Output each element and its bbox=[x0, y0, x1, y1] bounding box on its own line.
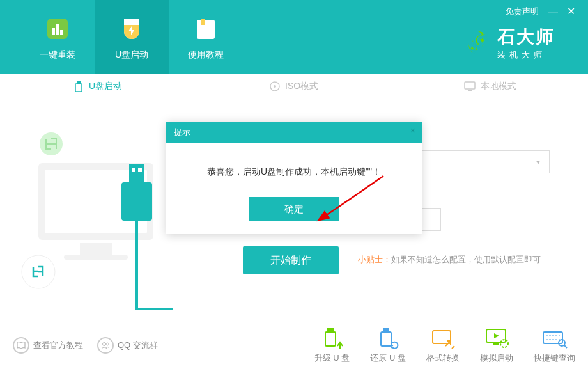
nav-tabs: 一键重装 U盘启动 使用教程 bbox=[0, 0, 243, 74]
keyboard-search-icon bbox=[542, 327, 568, 349]
action-label: 快捷键查询 bbox=[534, 352, 575, 364]
action-label: 升级 U 盘 bbox=[314, 352, 350, 364]
window-controls: 免责声明 — ✕ bbox=[506, 0, 580, 17]
svg-rect-2 bbox=[56, 24, 59, 35]
svg-point-33 bbox=[500, 340, 508, 347]
svg-rect-15 bbox=[64, 255, 128, 260]
svg-rect-21 bbox=[138, 168, 142, 172]
modal-confirm-label: 确定 bbox=[284, 203, 304, 216]
action-label: 模拟启动 bbox=[480, 352, 513, 364]
brand-sub: 装机大师 bbox=[497, 49, 555, 61]
tab-usb-boot[interactable]: U盘启动 bbox=[95, 0, 169, 74]
tab-label: U盘启动 bbox=[115, 49, 148, 61]
play-monitor-icon bbox=[484, 327, 509, 349]
modal-confirm-button[interactable]: 确定 bbox=[249, 197, 339, 221]
brand: 石大师 装机大师 bbox=[465, 25, 555, 61]
sub-tab-iso[interactable]: ISO模式 bbox=[196, 74, 392, 99]
svg-point-9 bbox=[274, 85, 276, 88]
tip-label: 小贴士： bbox=[358, 255, 391, 264]
svg-rect-19 bbox=[129, 164, 144, 182]
svg-rect-10 bbox=[465, 82, 475, 89]
tab-label: 使用教程 bbox=[188, 49, 224, 61]
chart-icon bbox=[42, 13, 73, 44]
sub-tab-usb[interactable]: U盘启动 bbox=[0, 74, 196, 99]
svg-point-25 bbox=[106, 343, 109, 345]
start-button-label: 开始制作 bbox=[270, 254, 311, 267]
book-icon bbox=[190, 13, 221, 44]
brand-name: 石大师 bbox=[497, 25, 555, 49]
convert-icon bbox=[430, 327, 456, 349]
header-right: 免责声明 — ✕ 石大师 装机大师 bbox=[465, 0, 588, 61]
tutorial-link[interactable]: 查看官方教程 bbox=[13, 337, 83, 354]
usb-up-icon bbox=[320, 327, 345, 349]
footer: 查看官方教程 QQ 交流群 升级 U 盘 还原 U 盘 格式转换 模拟启动 快捷… bbox=[0, 319, 588, 371]
shield-icon bbox=[116, 13, 147, 44]
tab-label: 一键重装 bbox=[40, 49, 75, 61]
brand-text: 石大师 装机大师 bbox=[497, 25, 555, 61]
tip: 小贴士：如果不知道怎么配置，使用默认配置即可 bbox=[358, 254, 541, 265]
modal-title: 提示 bbox=[174, 127, 190, 138]
modal-message: 恭喜您，启动U盘制作成功，本机启动键""！ bbox=[166, 143, 422, 197]
action-convert[interactable]: 格式转换 bbox=[426, 327, 460, 364]
footer-left: 查看官方教程 QQ 交流群 bbox=[13, 337, 158, 354]
tip-text: 如果不知道怎么配置，使用默认配置即可 bbox=[391, 255, 541, 264]
svg-rect-3 bbox=[60, 30, 63, 35]
svg-point-24 bbox=[103, 342, 106, 345]
action-label: 格式转换 bbox=[426, 352, 460, 364]
logo-icon bbox=[465, 30, 491, 56]
sub-tab-local[interactable]: 本地模式 bbox=[392, 74, 588, 99]
svg-rect-14 bbox=[80, 243, 112, 255]
modal: 提示 × 恭喜您，启动U盘制作成功，本机启动键""！ 确定 bbox=[166, 122, 422, 234]
svg-rect-7 bbox=[75, 84, 82, 92]
modal-close-icon[interactable]: × bbox=[410, 125, 415, 136]
people-icon bbox=[97, 337, 114, 354]
action-simulate[interactable]: 模拟启动 bbox=[480, 327, 513, 364]
svg-rect-18 bbox=[121, 182, 152, 221]
disclaimer-link[interactable]: 免责声明 bbox=[506, 6, 539, 17]
svg-rect-1 bbox=[52, 28, 55, 35]
computer-illustration bbox=[19, 125, 173, 310]
action-label: 还原 U 盘 bbox=[370, 352, 406, 364]
svg-rect-27 bbox=[325, 332, 336, 346]
link-label: QQ 交流群 bbox=[118, 340, 158, 351]
svg-rect-20 bbox=[132, 168, 135, 172]
tab-tutorial[interactable]: 使用教程 bbox=[169, 0, 243, 74]
modal-header: 提示 × bbox=[166, 122, 422, 143]
header: 一键重装 U盘启动 使用教程 免责声明 — ✕ 石大师 装机大师 bbox=[0, 0, 588, 74]
footer-actions: 升级 U 盘 还原 U 盘 格式转换 模拟启动 快捷键查询 bbox=[314, 327, 575, 364]
minimize-icon[interactable]: — bbox=[548, 6, 558, 17]
svg-rect-34 bbox=[543, 332, 562, 343]
sub-tab-label: U盘启动 bbox=[89, 81, 122, 92]
disc-icon bbox=[270, 81, 280, 91]
svg-rect-29 bbox=[381, 332, 391, 346]
svg-rect-5 bbox=[201, 19, 205, 25]
svg-rect-4 bbox=[197, 20, 215, 39]
usb-icon bbox=[74, 81, 84, 92]
sub-tab-label: 本地模式 bbox=[481, 81, 516, 92]
close-icon[interactable]: ✕ bbox=[567, 5, 575, 17]
sub-tabs: U盘启动 ISO模式 本地模式 bbox=[0, 74, 588, 99]
svg-rect-32 bbox=[493, 343, 499, 345]
action-restore[interactable]: 还原 U 盘 bbox=[370, 327, 406, 364]
config-dropdown[interactable] bbox=[422, 150, 550, 173]
book-open-icon bbox=[13, 337, 29, 354]
qq-group-link[interactable]: QQ 交流群 bbox=[97, 337, 158, 354]
action-hotkey[interactable]: 快捷键查询 bbox=[534, 327, 575, 364]
start-button[interactable]: 开始制作 bbox=[243, 246, 339, 274]
svg-rect-11 bbox=[468, 90, 472, 91]
link-label: 查看官方教程 bbox=[33, 340, 83, 351]
usb-sync-icon bbox=[375, 327, 401, 349]
tab-reinstall[interactable]: 一键重装 bbox=[20, 0, 95, 74]
monitor-icon bbox=[464, 81, 476, 91]
sub-tab-label: ISO模式 bbox=[285, 81, 318, 92]
svg-line-38 bbox=[564, 345, 567, 348]
action-upgrade[interactable]: 升级 U 盘 bbox=[314, 327, 350, 364]
